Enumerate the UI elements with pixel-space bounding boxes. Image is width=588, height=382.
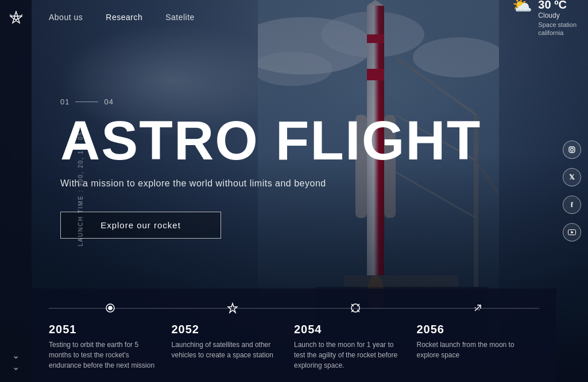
timeline-icon-2 <box>347 300 363 316</box>
nav-satellite[interactable]: Satelite <box>165 13 195 22</box>
launch-time-label: Launch time : 900, 20, 10, 05 <box>77 131 83 247</box>
facebook-icon[interactable]: f <box>563 196 581 214</box>
twitter-icon[interactable]: 𝕏 <box>563 168 581 186</box>
timeline-section: 2051 Testing to orbit the earth for 5 mo… <box>32 289 556 382</box>
timeline-item-0: 2051 Testing to orbit the earth for 5 mo… <box>49 323 172 371</box>
scroll-chevron-icon-2[interactable]: ⌄ <box>12 362 20 372</box>
scroll-chevron-icon[interactable]: ⌄ <box>12 351 20 360</box>
svg-line-22 <box>21 14 22 15</box>
timeline-node-1 <box>172 300 295 316</box>
weather-info: 30 ºC Cloudy Space station california <box>538 0 577 37</box>
sidebar-top <box>8 10 24 26</box>
timeline-icon-0 <box>102 300 118 316</box>
svg-marker-30 <box>228 303 237 313</box>
slide-current: 01 <box>60 98 69 106</box>
nav-research[interactable]: Research <box>106 13 142 22</box>
timeline-item-3: 2056 Rocket launch from the moon to expl… <box>417 323 540 371</box>
hero-subtitle: With a mission to explore the world with… <box>60 178 528 189</box>
nav-about[interactable]: About us <box>49 13 83 22</box>
timeline-desc-3: Rocket launch from the moon to explore s… <box>417 340 528 360</box>
weather-location: Space station california <box>538 21 577 37</box>
svg-line-21 <box>10 14 11 15</box>
timeline-connector-row <box>49 300 539 316</box>
slide-total: 04 <box>104 98 113 106</box>
timeline-node-3 <box>417 300 540 316</box>
top-nav: About us Research Satelite ⛅ 30 ºC Cloud… <box>32 0 588 34</box>
timeline-item-1: 2052 Launching of satellites and other v… <box>172 323 295 371</box>
instagram-icon[interactable] <box>563 141 581 159</box>
svg-point-24 <box>571 149 574 151</box>
left-sidebar: Launch time : 900, 20, 10, 05 ⌄ ⌄ <box>0 0 32 382</box>
timeline-desc-1: Launching of satellites and other vehicl… <box>172 340 283 360</box>
svg-point-19 <box>14 16 18 20</box>
weather-icon: ⛅ <box>512 0 532 14</box>
timeline-year-2: 2054 <box>294 323 405 336</box>
weather-condition: Cloudy <box>538 11 577 20</box>
timeline-node-2 <box>294 300 417 316</box>
timeline-item-2: 2054 Launch to the moon for 1 year to te… <box>294 323 417 371</box>
weather-widget: ⛅ 30 ºC Cloudy Space station california <box>512 0 577 37</box>
svg-point-29 <box>109 306 112 310</box>
logo-icon[interactable] <box>8 10 24 26</box>
timeline-icon-1 <box>225 300 241 316</box>
sidebar-bottom[interactable]: ⌄ ⌄ <box>12 351 20 372</box>
svg-point-25 <box>574 147 574 148</box>
timeline-year-0: 2051 <box>49 323 160 336</box>
timeline-node-0 <box>49 300 172 316</box>
timeline-desc-2: Launch to the moon for 1 year to test th… <box>294 340 405 371</box>
svg-marker-27 <box>571 231 574 234</box>
timeline-desc-0: Testing to orbit the earth for 5 months … <box>49 340 160 371</box>
timeline-icon-3 <box>470 300 486 316</box>
hero-title: ASTRO FLIGHT <box>60 113 528 168</box>
timeline-year-1: 2052 <box>172 323 283 336</box>
youtube-icon[interactable] <box>563 223 581 241</box>
indicator-line <box>75 102 98 102</box>
right-sidebar: 𝕏 f <box>563 141 581 241</box>
weather-temperature: 30 ºC <box>538 0 577 11</box>
slide-indicator: 01 04 <box>60 98 528 106</box>
explore-button[interactable]: Explore our rocket <box>60 212 221 239</box>
nav-links: About us Research Satelite <box>49 13 195 22</box>
timeline-grid: 2051 Testing to orbit the earth for 5 mo… <box>49 323 539 371</box>
timeline-year-3: 2056 <box>417 323 528 336</box>
